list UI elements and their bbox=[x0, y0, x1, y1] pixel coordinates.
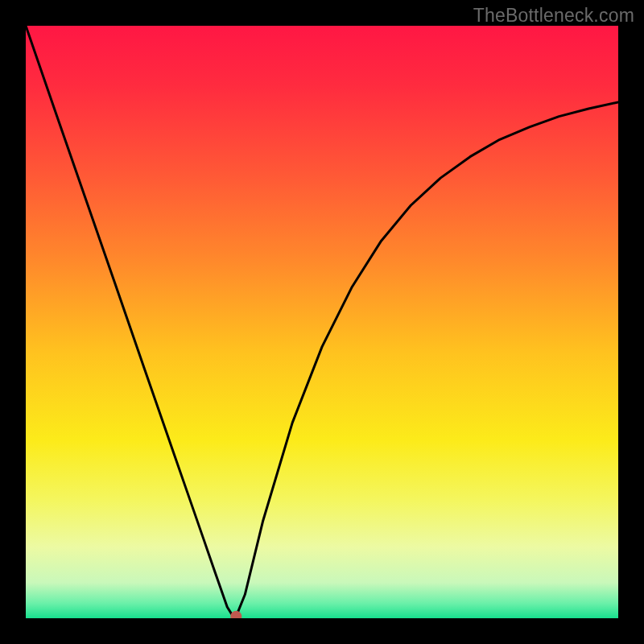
chart-frame: TheBottleneck.com bbox=[0, 0, 644, 644]
plot-area bbox=[26, 26, 618, 618]
chart-canvas bbox=[26, 26, 618, 618]
watermark-text: TheBottleneck.com bbox=[473, 5, 634, 27]
gradient-background bbox=[26, 26, 618, 618]
